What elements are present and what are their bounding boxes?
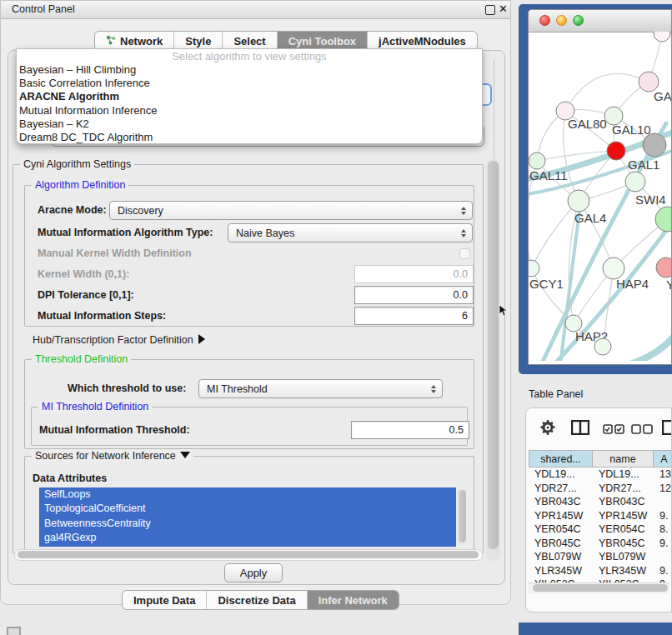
data-attribute-item[interactable]: SelfLoops [39, 488, 456, 502]
algorithm-option[interactable]: Bayesian – Hill Climbing [17, 63, 482, 77]
unchecked-boxes-icon[interactable] [631, 422, 653, 438]
table-row[interactable]: YBR045CYBR045C9. [529, 537, 672, 551]
partial-toolbar-icon[interactable] [662, 420, 672, 438]
data-attribute-item[interactable]: TopologicalCoefficient [39, 502, 456, 516]
mouse-cursor [499, 305, 509, 317]
network-edge[interactable] [565, 74, 649, 111]
table-header-cell[interactable]: shared... [529, 450, 593, 468]
algorithm-option[interactable]: Mutual Information Inference [17, 104, 482, 118]
network-node[interactable] [643, 133, 666, 157]
table-cell: 9. [654, 509, 672, 523]
settings-hscrollbar-thumb[interactable] [18, 551, 479, 558]
control-panel-title: Control Panel [12, 3, 75, 15]
data-attributes-label: Data Attributes [33, 472, 107, 484]
table-row[interactable]: YER054CYER054C8. [529, 522, 672, 537]
tab-style[interactable]: Style [174, 32, 223, 50]
network-node[interactable] [568, 190, 589, 212]
control-panel-titlebar[interactable]: Control Panel ✕ [1, 1, 510, 19]
network-node[interactable] [625, 172, 645, 192]
table-header-row: shared...nameA [529, 450, 672, 468]
float-window-icon[interactable] [485, 5, 495, 15]
mi-algorithm-type-combo[interactable]: Naive Bayes [228, 223, 473, 242]
algorithm-option[interactable]: Bayesian – K2 [17, 118, 482, 131]
checked-boxes-icon[interactable] [603, 422, 624, 438]
table-row[interactable]: YPR145WYPR145W9. [529, 509, 672, 523]
hub-transcription-label: Hub/Transcription Factor Definition [33, 334, 193, 346]
split-columns-icon[interactable] [571, 420, 589, 438]
sources-title: Sources for Network Inference [35, 450, 176, 462]
tab-label: Infer Network [318, 594, 388, 607]
dpi-tolerance-field[interactable]: 0.0 [354, 286, 474, 304]
tab-cyni-toolbox[interactable]: Cyni Toolbox [278, 32, 368, 50]
tab-jactivemnodules[interactable]: jActiveMNodules [368, 32, 477, 50]
tab-label: Discretize Data [218, 594, 295, 607]
table-row[interactable]: YLR345WYLR345W9. [529, 564, 672, 578]
dpi-tolerance-label: DPI Tolerance [0,1]: [38, 286, 134, 304]
data-attributes-list[interactable]: SelfLoopsTopologicalCoefficientBetweenne… [39, 488, 456, 547]
mi-steps-field[interactable]: 6 [354, 307, 474, 325]
algorithm-option[interactable]: Basic Correlation Inference [17, 77, 482, 90]
mi-threshold-field[interactable]: 0.5 [351, 421, 469, 439]
network-edge-thick[interactable] [554, 225, 670, 361]
which-threshold-combo[interactable]: MI Threshold [198, 379, 443, 398]
table-header-cell[interactable]: A [654, 450, 672, 468]
table-cell [654, 550, 672, 564]
tab-discretize-data[interactable]: Discretize Data [207, 591, 307, 609]
network-node[interactable] [654, 32, 670, 42]
table-cell: YDR27... [529, 482, 593, 496]
hub-transcription-toggle[interactable]: Hub/Transcription Factor Definition [33, 334, 205, 346]
tab-network[interactable]: Network [95, 32, 174, 50]
network-window-titlebar[interactable] [529, 10, 672, 32]
table-row[interactable]: YDR27...YDR27...12 [529, 482, 672, 496]
group-title: Cyni Algorithm Settings [20, 158, 134, 170]
tab-select[interactable]: Select [223, 32, 277, 50]
zoom-traffic-light-icon[interactable] [573, 15, 584, 26]
algorithm-option[interactable]: ARACNE Algorithm [17, 90, 482, 103]
network-node-label: GAL1 [628, 158, 659, 172]
network-node[interactable] [655, 207, 672, 232]
manual-kernel-width-checkbox[interactable] [459, 248, 470, 259]
tab-label: Select [233, 35, 265, 48]
network-node[interactable] [529, 152, 545, 169]
field-value: 0.0 [454, 289, 468, 301]
table-row[interactable]: YBL079WYBL079W [529, 550, 672, 564]
close-traffic-light-icon[interactable] [539, 15, 550, 26]
attributes-list-scrollbar[interactable] [459, 490, 466, 542]
network-node[interactable] [656, 258, 672, 278]
table-row[interactable]: YDL19...YDL19...13 [529, 468, 672, 482]
aracne-mode-combo[interactable]: Discovery [109, 201, 473, 220]
table-cell: YDL19... [529, 468, 593, 482]
gear-icon[interactable] [539, 419, 556, 439]
data-attribute-item[interactable]: BetweennessCentrality [39, 517, 456, 531]
group-title: Algorithm Definition [32, 179, 128, 191]
table-header-cell[interactable]: name [593, 450, 654, 468]
sources-toggle[interactable]: Sources for Network Inference [32, 450, 193, 462]
network-node[interactable] [594, 338, 611, 355]
combo-value: Naive Bayes [236, 228, 294, 239]
tab-impute-data[interactable]: Impute Data [123, 591, 207, 609]
network-node[interactable] [529, 260, 539, 277]
network-node-label: GAL4 [574, 211, 606, 225]
minimize-traffic-light-icon[interactable] [556, 15, 567, 26]
apply-button[interactable]: Apply [224, 563, 283, 582]
bottom-left-widget[interactable] [7, 627, 21, 635]
table-row[interactable]: YBR043CYBR043C [529, 495, 672, 509]
table-panel-title: Table Panel [529, 388, 583, 400]
combo-arrows-icon [431, 385, 436, 393]
close-icon[interactable]: ✕ [499, 2, 508, 15]
network-window-frame[interactable]: GALGAL80GAL10GAL1GAL11SWI4GAL4GCY1HAP4YH… [519, 4, 672, 374]
network-node-label: GAL [654, 89, 672, 103]
kernel-width-field[interactable]: 0.0 [354, 265, 474, 283]
network-edge-thick[interactable] [627, 328, 672, 361]
network-window: GALGAL80GAL10GAL1GAL11SWI4GAL4GCY1HAP4YH… [528, 9, 672, 365]
table-cell: YBL079W [593, 550, 654, 564]
settings-vscrollbar-thumb[interactable] [488, 161, 499, 549]
algorithm-option[interactable]: Dream8 DC_TDC Algorithm [17, 131, 482, 144]
table-hscrollbar-thumb[interactable] [533, 584, 668, 592]
data-attribute-item[interactable]: gal4RGexp [39, 531, 456, 545]
network-canvas[interactable]: GALGAL80GAL10GAL1GAL11SWI4GAL4GCY1HAP4YH… [529, 32, 672, 361]
table-cell: YER054C [529, 522, 593, 537]
tab-infer-network[interactable]: Infer Network [308, 591, 399, 609]
network-node[interactable] [607, 142, 625, 160]
group-title: MI Threshold Definition [38, 401, 152, 412]
